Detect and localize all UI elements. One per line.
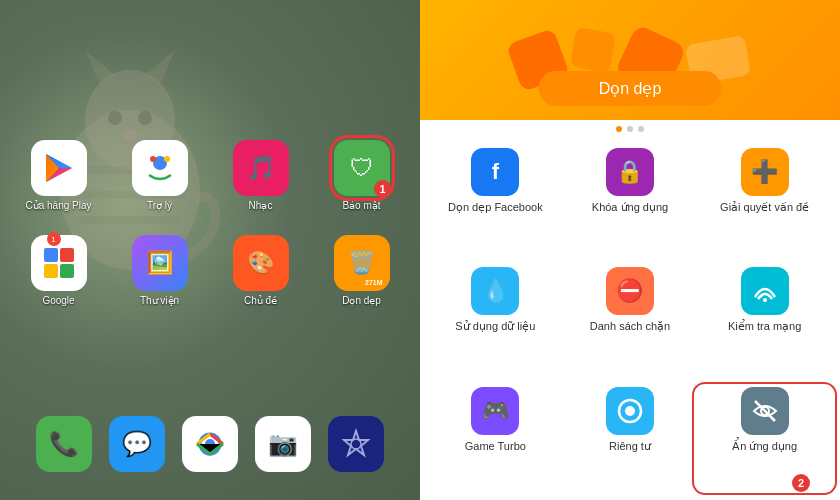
dock-item-phone[interactable]: 📞 (36, 416, 92, 472)
feature-icon-lock: 🔒 (606, 148, 654, 196)
banner-area: Dọn dẹp (420, 0, 840, 120)
feature-item-lock[interactable]: 🔒 Khóa ứng dụng (563, 148, 698, 251)
app-icon-camera: 📷 (255, 416, 311, 472)
feature-item-facebook[interactable]: f Dọn dẹp Facebook (428, 148, 563, 251)
feature-item-game[interactable]: 🎮 Game Turbo (428, 387, 563, 490)
svg-point-12 (150, 156, 156, 162)
step2-badge: 2 (792, 474, 810, 492)
app-item-assistant[interactable]: Trợ lý (113, 140, 206, 212)
dot-2 (627, 126, 633, 132)
feature-icon-network (741, 267, 789, 315)
app-icon-play (31, 140, 87, 196)
feature-icon-solve: ➕ (741, 148, 789, 196)
svg-point-24 (625, 406, 635, 416)
svg-rect-14 (44, 248, 58, 262)
svg-point-5 (138, 111, 152, 125)
dock-item-chrome[interactable] (182, 416, 238, 472)
svg-point-13 (164, 156, 170, 162)
security-app-panel: Dọn dẹp f Dọn dẹp Facebook 🔒 Khóa ứng dụ… (420, 0, 840, 500)
feature-label-hidden: Ẩn ứng dụng (732, 440, 797, 453)
feature-label-lock: Khóa ứng dụng (592, 201, 668, 214)
feature-label-private: Riêng tư (609, 440, 651, 453)
dots-indicator (420, 120, 840, 138)
homescreen-panel: Cửa hàng Play Trợ lý 🎵 Nhạc (0, 0, 420, 500)
app-icon-gallery: 🖼️ (132, 235, 188, 291)
feature-icon-private (606, 387, 654, 435)
dock-item-camera[interactable]: 📷 (255, 416, 311, 472)
feature-grid: f Dọn dẹp Facebook 🔒 Khóa ứng dụng ➕ Giả… (420, 138, 840, 500)
feature-label-facebook: Dọn dẹp Facebook (448, 201, 543, 214)
svg-point-6 (122, 130, 138, 140)
app-label-gallery: Thư viện (140, 295, 179, 307)
app-label-music: Nhạc (249, 200, 273, 212)
feature-item-block[interactable]: ⛔ Danh sách chặn (563, 267, 698, 370)
google-badge: 1 (47, 232, 61, 246)
app-item-gallery[interactable]: 🖼️ Thư viện (113, 235, 206, 307)
dock: 📞 💬 📷 (20, 408, 400, 480)
app-label-google: Google (42, 295, 74, 307)
app-icon-chrome (182, 416, 238, 472)
feature-icon-game: 🎮 (471, 387, 519, 435)
svg-rect-15 (60, 248, 74, 262)
app-icon-google: 1 (31, 235, 87, 291)
svg-point-4 (108, 111, 122, 125)
app-label-security: Bảo mật (342, 200, 380, 212)
dock-item-messages[interactable]: 💬 (109, 416, 165, 472)
svg-line-26 (755, 401, 775, 421)
app-icon-phone: 📞 (36, 416, 92, 472)
feature-icon-facebook: f (471, 148, 519, 196)
app-item-music[interactable]: 🎵 Nhạc (214, 140, 307, 212)
app-item-play[interactable]: Cửa hàng Play (12, 140, 105, 212)
app-icon-messages: 💬 (109, 416, 165, 472)
app-label-clean: Dọn dẹp (342, 295, 381, 307)
app-item-theme[interactable]: 🎨 Chủ đề (214, 235, 307, 307)
clean-button[interactable]: Dọn dẹp (539, 71, 722, 106)
app-icon-star (328, 416, 384, 472)
feature-item-network[interactable]: Kiểm tra mạng (697, 267, 832, 370)
dot-3 (638, 126, 644, 132)
app-label-play: Cửa hàng Play (25, 200, 91, 212)
feature-item-private[interactable]: Riêng tư (563, 387, 698, 490)
feature-label-network: Kiểm tra mạng (728, 320, 801, 333)
dot-1 (616, 126, 622, 132)
app-item-security[interactable]: 🛡 1 Bảo mật (315, 140, 408, 212)
svg-rect-16 (44, 264, 58, 278)
dock-item-star[interactable] (328, 416, 384, 472)
app-label-theme: Chủ đề (244, 295, 277, 307)
app-label-assistant: Trợ lý (147, 200, 172, 212)
feature-item-solve[interactable]: ➕ Giải quyết vấn đề (697, 148, 832, 251)
app-icon-security: 🛡 1 (334, 140, 390, 196)
app-item-google[interactable]: 1 Google (12, 235, 105, 307)
svg-point-21 (351, 439, 361, 449)
svg-point-22 (763, 298, 767, 302)
feature-icon-hidden (741, 387, 789, 435)
app-item-clean[interactable]: 🗑️ 271M Dọn dẹp (315, 235, 408, 307)
feature-label-game: Game Turbo (465, 440, 526, 453)
app-icon-clean: 🗑️ 271M (334, 235, 390, 291)
feature-label-block: Danh sách chặn (590, 320, 670, 333)
svg-rect-17 (60, 264, 74, 278)
step1-badge: 1 (374, 180, 392, 198)
app-icon-assistant (132, 140, 188, 196)
storage-badge: 271M (362, 278, 386, 287)
app-icon-theme: 🎨 (233, 235, 289, 291)
feature-icon-block: ⛔ (606, 267, 654, 315)
feature-label-solve: Giải quyết vấn đề (720, 201, 809, 214)
feature-item-hidden[interactable]: Ẩn ứng dụng 2 (697, 387, 832, 490)
feature-label-data: Sử dụng dữ liệu (455, 320, 535, 333)
svg-marker-20 (344, 431, 368, 455)
feature-item-data[interactable]: 💧 Sử dụng dữ liệu (428, 267, 563, 370)
app-icon-music: 🎵 (233, 140, 289, 196)
shape2 (569, 27, 615, 73)
feature-icon-data: 💧 (471, 267, 519, 315)
